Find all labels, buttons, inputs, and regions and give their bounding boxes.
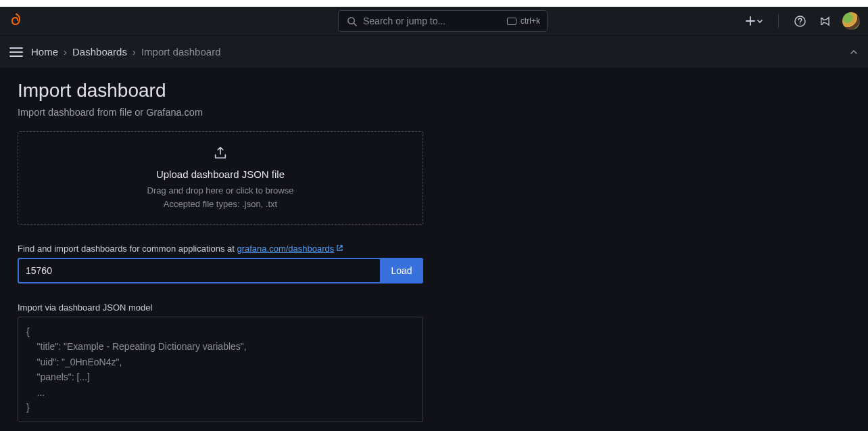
top-header: Search or jump to... ctrl+k — [0, 7, 868, 35]
find-label: Find and import dashboards for common ap… — [18, 244, 850, 254]
upload-icon — [213, 145, 228, 160]
header-actions — [746, 12, 860, 30]
chevron-right-icon: › — [64, 46, 67, 58]
add-menu[interactable] — [746, 16, 763, 26]
user-avatar[interactable] — [842, 12, 860, 30]
browser-strip — [0, 0, 868, 7]
dropzone-hint: Drag and drop here or click to browse Ac… — [147, 184, 294, 210]
svg-point-5 — [799, 23, 800, 24]
page-content: Import dashboard Import dashboard from f… — [0, 68, 868, 431]
svg-line-1 — [354, 23, 356, 26]
breadcrumb-bar: Home › Dashboards › Import dashboard — [0, 35, 868, 68]
grafana-logo[interactable] — [8, 13, 24, 29]
breadcrumb-dashboards[interactable]: Dashboards — [72, 46, 127, 58]
search-icon — [345, 15, 358, 27]
external-link-icon — [336, 244, 343, 252]
chevron-right-icon: › — [132, 46, 136, 58]
chevron-down-icon — [756, 18, 763, 24]
json-label: Import via dashboard JSON model — [18, 302, 850, 313]
upload-dropzone[interactable]: Upload dashboard JSON file Drag and drop… — [18, 131, 423, 225]
breadcrumb-current: Import dashboard — [141, 46, 221, 58]
load-button[interactable]: Load — [380, 258, 423, 283]
breadcrumbs: Home › Dashboards › Import dashboard — [31, 46, 220, 58]
search-placeholder: Search or jump to... — [363, 16, 502, 26]
plus-icon — [746, 16, 755, 26]
dashboard-id-input[interactable] — [18, 258, 380, 283]
help-icon[interactable] — [794, 15, 806, 27]
grafana-dashboards-link[interactable]: grafana.com/dashboards — [237, 244, 334, 254]
page-title: Import dashboard — [18, 80, 850, 101]
dropzone-title: Upload dashboard JSON file — [156, 168, 285, 180]
page-subtitle: Import dashboard from file or Grafana.co… — [18, 107, 850, 118]
collapse-icon[interactable] — [849, 47, 859, 57]
global-search[interactable]: Search or jump to... ctrl+k — [338, 10, 548, 32]
menu-toggle[interactable] — [9, 47, 23, 57]
breadcrumb-home[interactable]: Home — [31, 46, 58, 58]
dashboard-id-row: Load — [18, 258, 423, 283]
divider — [778, 14, 779, 28]
news-icon[interactable] — [818, 15, 830, 27]
search-shortcut: ctrl+k — [507, 16, 540, 26]
keyboard-icon — [507, 18, 516, 25]
json-textarea[interactable]: { "title": "Example - Repeating Dictiona… — [18, 317, 423, 422]
